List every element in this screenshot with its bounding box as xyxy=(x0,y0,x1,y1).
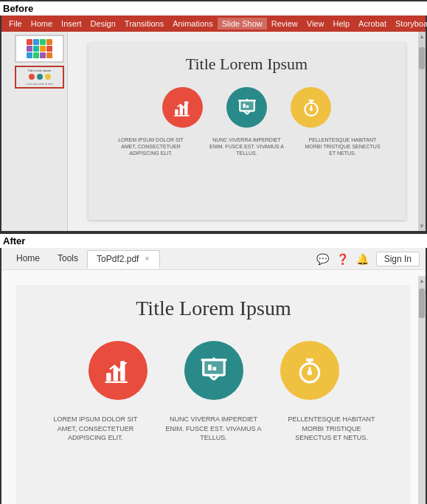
svg-rect-0 xyxy=(175,109,178,115)
ribbon-review[interactable]: Review xyxy=(267,18,302,30)
main-slide: Title Lorem Ipsum xyxy=(88,43,406,220)
after-caption-2: NUNC VIVERRA IMPERDIET ENIM. FUSCE EST. … xyxy=(166,415,262,443)
svg-rect-27 xyxy=(208,365,212,370)
slide-thumb-1[interactable] xyxy=(15,35,64,63)
scroll-thumb[interactable] xyxy=(419,47,425,69)
after-vertical-scrollbar[interactable]: ▲ ▼ xyxy=(418,276,426,504)
slide-thumb-2-content: Title Lorem Ipsum Lorem ipsum dolor sit … xyxy=(16,67,63,87)
slide-area: 1 xyxy=(1,32,426,231)
before-label: Before xyxy=(0,0,427,15)
thumb2-dot-teal xyxy=(37,74,43,80)
thumb2-title-text: Title Lorem Ipsum xyxy=(28,69,52,72)
after-label: After xyxy=(0,232,427,248)
caption-1: LOREM IPSUM DOLOR SIT AMET, CONSECTETUER… xyxy=(111,137,192,156)
after-stopwatch-svg xyxy=(296,356,324,384)
chart-bar-icon xyxy=(162,87,203,128)
ribbon-insert[interactable]: Insert xyxy=(57,18,86,30)
thumb2-icons xyxy=(29,74,51,80)
svg-rect-11 xyxy=(246,105,248,107)
after-chart-bar-icon xyxy=(88,341,147,400)
ribbon: File Home Insert Design Transitions Anim… xyxy=(1,15,426,32)
stopwatch-icon xyxy=(291,87,331,128)
after-caption-1: LOREM IPSUM DOLOR SIT AMET, CONSECTETUER… xyxy=(48,415,144,443)
caption-3: PELLENTESQUE HABITANT MORBI TRISTIQUE SE… xyxy=(302,137,383,156)
after-slide: Title Lorem Ipsum xyxy=(16,285,411,504)
svg-rect-17 xyxy=(106,373,111,381)
presentation-icon xyxy=(226,87,267,128)
sign-in-button[interactable]: Sign In xyxy=(376,252,420,266)
after-caption-3: PELLENTESQUE HABITANT MORBI TRISTIQUE SE… xyxy=(284,415,380,443)
after-scroll-thumb[interactable] xyxy=(419,289,425,318)
ribbon-slideshow[interactable]: Slide Show xyxy=(218,18,267,30)
ribbon-help[interactable]: Help xyxy=(328,18,354,30)
bell-icon[interactable]: 🔔 xyxy=(356,253,369,265)
tab-topdf-label: ToPdf2.pdf xyxy=(97,254,139,264)
chat-icon[interactable]: 💬 xyxy=(316,253,329,265)
scroll-up-arrow[interactable]: ▲ xyxy=(419,277,425,284)
after-presentation-icon xyxy=(184,341,243,400)
ribbon-storyboarding[interactable]: Storyboarding xyxy=(391,18,427,30)
slide-thumb-wrapper-1: 1 xyxy=(4,35,64,63)
chart-bar-svg xyxy=(173,98,192,117)
tabs-right: 💬 ❓ 🔔 Sign In xyxy=(316,252,420,266)
slide-title: Title Lorem Ipsum xyxy=(186,55,308,74)
tab-topdf[interactable]: ToPdf2.pdf × xyxy=(87,250,160,269)
caption-2: NUNC VIVERRA IMPERDIET ENIM. FUSCE EST. … xyxy=(206,137,288,156)
after-presentation-svg xyxy=(200,356,228,384)
tabs-bar: Home Tools ToPdf2.pdf × 💬 ❓ 🔔 Sign In xyxy=(1,248,426,270)
after-icons-row xyxy=(88,341,339,400)
stopwatch-svg xyxy=(302,98,321,117)
after-stopwatch-icon xyxy=(280,341,339,400)
after-slide-title: Title Lorem Ipsum xyxy=(136,297,291,320)
icons-row xyxy=(162,87,331,128)
svg-point-33 xyxy=(308,372,310,374)
help-icon[interactable]: ❓ xyxy=(336,253,349,265)
svg-point-16 xyxy=(310,108,311,110)
after-captions-row: LOREM IPSUM DOLOR SIT AMET, CONSECTETUER… xyxy=(48,415,380,443)
after-chart-bar-svg xyxy=(104,356,132,384)
ribbon-view[interactable]: View xyxy=(302,18,329,30)
after-slide-container: Title Lorem Ipsum xyxy=(1,270,426,504)
svg-marker-21 xyxy=(123,362,127,366)
after-area: Home Tools ToPdf2.pdf × 💬 ❓ 🔔 Sign In Ti… xyxy=(0,248,427,504)
before-area: File Home Insert Design Transitions Anim… xyxy=(0,15,427,232)
presentation-svg xyxy=(237,98,257,117)
ribbon-design[interactable]: Design xyxy=(86,18,120,30)
slide-panel: 1 xyxy=(1,32,68,231)
svg-rect-10 xyxy=(243,103,245,107)
captions-row: LOREM IPSUM DOLOR SIT AMET, CONSECTETUER… xyxy=(111,137,383,156)
slide-thumb-2[interactable]: Title Lorem Ipsum Lorem ipsum dolor sit … xyxy=(15,66,64,89)
slide-thumb-wrapper-2: 2 Title Lorem Ipsum Lorem ipsum dolor si… xyxy=(4,66,64,89)
ribbon-acrobat[interactable]: Acrobat xyxy=(354,18,391,30)
vertical-scrollbar[interactable]: ▲ ▼ xyxy=(418,32,426,231)
main-slide-wrapper: Title Lorem Ipsum xyxy=(68,32,426,231)
tab-home[interactable]: Home xyxy=(7,250,49,268)
svg-rect-28 xyxy=(212,367,216,370)
ribbon-file[interactable]: File xyxy=(4,18,27,30)
thumb2-dot-red xyxy=(29,74,35,80)
tab-close-button[interactable]: × xyxy=(143,255,150,263)
ribbon-transitions[interactable]: Transitions xyxy=(120,18,168,30)
ribbon-home[interactable]: Home xyxy=(27,18,57,30)
ribbon-animations[interactable]: Animations xyxy=(168,18,217,30)
tab-tools[interactable]: Tools xyxy=(49,250,87,268)
slide-thumb-1-content xyxy=(16,36,63,61)
thumb2-dot-yellow xyxy=(45,74,51,80)
thumb2-caption: Lorem ipsum dolor sit amet xyxy=(26,83,52,86)
